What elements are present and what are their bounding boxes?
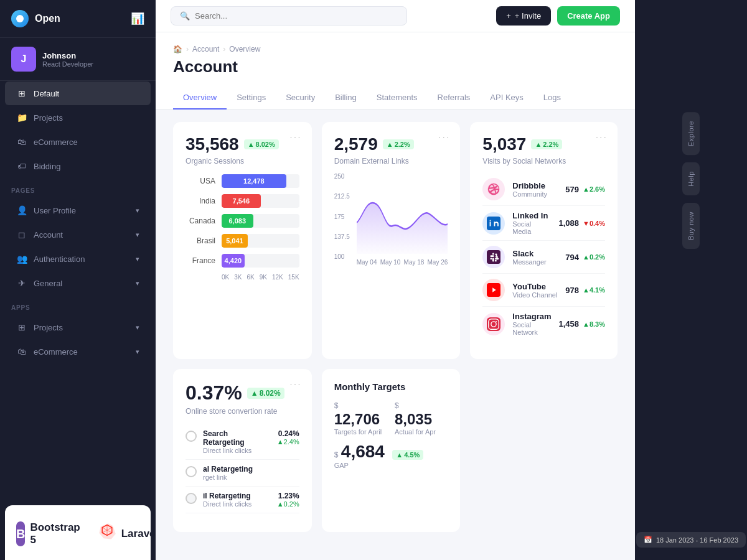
svg-rect-2 [487, 250, 500, 264]
nav-item-ecommerce[interactable]: 🛍 eCommerce [5, 130, 151, 154]
social-list: Dribbble Community 579 ▲2.6% Linked In [482, 173, 605, 341]
user-role: React Developer [42, 60, 93, 68]
tab-logs[interactable]: Logs [533, 86, 571, 110]
actual-for-april: $ 8,035 Actual for Apr [395, 399, 448, 436]
nav-item-authentication[interactable]: 👥 Authentication ▾ [5, 247, 151, 271]
account-icon: ◻ [16, 230, 27, 240]
nav-label-general: General [34, 279, 62, 288]
check-circle-2-icon [186, 466, 197, 477]
actual-value: 8,035 [395, 411, 448, 428]
line-chart-svg [357, 173, 448, 254]
authentication-icon: 👥 [16, 254, 27, 264]
bootstrap-label: Bootstrap 5 [30, 521, 80, 546]
main-content: 🔍 + + Invite Create App 🏠 › Account › Ov… [156, 0, 635, 560]
topbar-right: + + Invite Create App [496, 6, 620, 26]
targets-value: 12,706 [334, 411, 387, 428]
buy-now-button[interactable]: Buy now [682, 203, 700, 249]
nav-item-account[interactable]: ◻ Account ▾ [5, 223, 151, 246]
logo-icon [11, 10, 29, 27]
actual-label: Actual for Apr [395, 428, 448, 436]
gap-label: GAP [334, 462, 448, 469]
tab-settings[interactable]: Settings [227, 86, 276, 110]
calendar-icon: 📅 [644, 536, 652, 544]
search-box[interactable]: 🔍 [171, 6, 407, 26]
user-card[interactable]: J Johnson React Developer [0, 38, 156, 81]
nav-item-bidding[interactable]: 🏷 Bidding [5, 154, 151, 178]
social-row-linkedin: Linked In Social Media 1,088 ▼0.4% [482, 206, 605, 241]
date-range-badge: 📅 18 Jan 2023 - 16 Feb 2023 [636, 532, 746, 548]
chevron-ae-icon: ▾ [136, 348, 139, 356]
invite-label: + Invite [515, 11, 541, 21]
conversion-more-button[interactable]: ··· [289, 379, 301, 390]
nav-label-projects: Projects [34, 113, 63, 123]
tab-overview[interactable]: Overview [173, 86, 227, 110]
explore-button[interactable]: Explore [682, 112, 700, 155]
nav-item-user-profile[interactable]: 👤 User Profile ▾ [5, 198, 151, 222]
sessions-card: ··· 35,568 ▲ 8.02% Organic Sessions USA … [173, 122, 312, 359]
retarget-row-1: Search Retargeting Direct link clicks 0.… [186, 424, 299, 460]
social-row-instagram: Instagram Social Network 1,458 ▲8.3% [482, 307, 605, 341]
nav-item-projects[interactable]: 📁 Projects [5, 106, 151, 129]
youtube-icon [482, 279, 505, 301]
gap-section: $ 4,684 ▲4.5% GAP [334, 442, 448, 469]
y-axis-labels: 250 212.5 175 137.5 100 [334, 173, 355, 260]
nav-label-app-projects: Projects [34, 323, 63, 332]
nav-item-default[interactable]: ⊞ Default [5, 82, 151, 105]
nav-label-default: Default [34, 89, 59, 98]
tab-referrals[interactable]: Referrals [428, 86, 481, 110]
user-name: Johnson [42, 51, 93, 60]
targets-label: Targets for April [334, 428, 387, 436]
chart-area: May 04 May 10 May 18 May 26 [357, 173, 448, 273]
tab-billing[interactable]: Billing [325, 86, 367, 110]
bar-row-brasil: Brasil 5,041 [186, 234, 299, 248]
gap-badge: ▲4.5% [392, 450, 423, 460]
date-range-text: 18 Jan 2023 - 16 Feb 2023 [656, 536, 738, 544]
tab-statements[interactable]: Statements [367, 86, 428, 110]
domain-more-button[interactable]: ··· [438, 132, 450, 143]
user-info: Johnson React Developer [42, 51, 93, 68]
create-app-button[interactable]: Create App [557, 6, 620, 26]
search-input[interactable] [195, 11, 398, 21]
avatar: J [11, 47, 36, 72]
apps-section-label: APPS [0, 296, 156, 315]
domain-badge: ▲ 2.2% [383, 139, 414, 149]
create-label: Create App [567, 11, 610, 21]
bar-row-canada: Canada 6,083 [186, 214, 299, 228]
chevron-general-icon: ▾ [136, 279, 139, 287]
gap-value: 4,684 [341, 442, 385, 461]
x-axis-labels: May 04 May 10 May 18 May 26 [357, 259, 448, 266]
nav-item-general[interactable]: ✈ General ▾ [5, 271, 151, 295]
nav-label-app-ecommerce: eCommerce [34, 347, 78, 357]
social-more-button[interactable]: ··· [596, 132, 608, 143]
invite-button[interactable]: + + Invite [496, 6, 551, 26]
bidding-icon: 🏷 [16, 161, 27, 171]
bar-axis: 0K 3K 6K 9K 12K 15K [186, 274, 299, 281]
bar-row-india: India 7,546 [186, 194, 299, 208]
tab-api-keys[interactable]: API Keys [480, 86, 533, 110]
app-ecommerce-icon: 🛍 [16, 347, 27, 357]
slack-icon [482, 246, 505, 268]
check-circle-icon [186, 431, 197, 442]
apps-nav: ⊞ Projects ▾ 🛍 eCommerce ▾ [0, 315, 156, 364]
help-button[interactable]: Help [682, 162, 700, 195]
chevron-icon: ▾ [136, 207, 139, 215]
monthly-targets-card: Monthly Targets $ 12,706 Targets for Apr… [322, 369, 461, 531]
ecommerce-icon: 🛍 [16, 137, 27, 147]
tab-security[interactable]: Security [276, 86, 325, 110]
nav-item-app-ecommerce[interactable]: 🛍 eCommerce ▾ [5, 340, 151, 363]
tabs-bar: Overview Settings Security Billing State… [156, 86, 635, 110]
sessions-more-button[interactable]: ··· [289, 132, 301, 143]
nav-label-ecommerce: eCommerce [34, 138, 78, 147]
pages-section-label: PAGES [0, 179, 156, 198]
nav-item-app-projects[interactable]: ⊞ Projects ▾ [5, 315, 151, 339]
retarget-row-2: al Retargeting rget link [186, 460, 299, 487]
content-grid: ··· 35,568 ▲ 8.02% Organic Sessions USA … [156, 110, 635, 560]
social-badge: ▲ 2.2% [531, 139, 562, 149]
app-projects-icon: ⊞ [16, 322, 27, 332]
chevron-down-icon: ▾ [136, 231, 139, 239]
conversion-stat: 0.37% ▲8.02% [186, 381, 299, 404]
page-header: 🏠 › Account › Overview Account [156, 32, 635, 86]
targets-grid: $ 12,706 Targets for April $ 8,035 Actua… [334, 399, 448, 436]
retarget-row-3: il Retargeting Direct link clicks 1.23% … [186, 487, 299, 513]
conversion-badge: ▲8.02% [247, 388, 284, 399]
